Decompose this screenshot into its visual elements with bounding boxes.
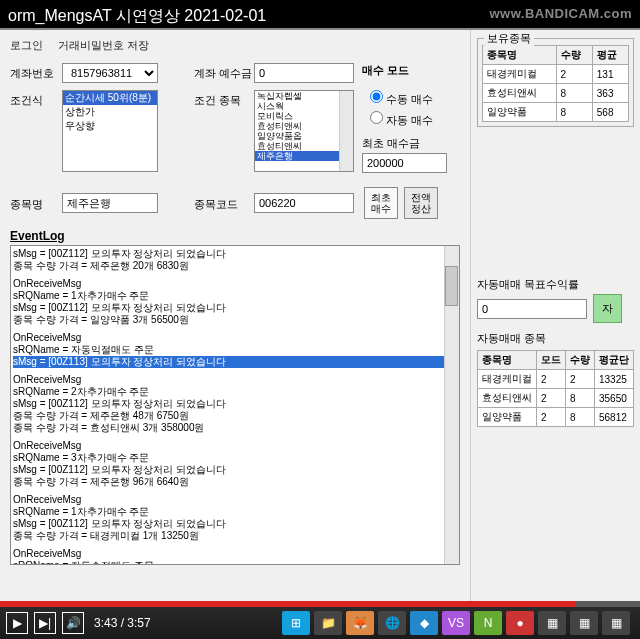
cond-stock-listbox[interactable]: 녹십자렙셀 시스웍 모비릭스 효성티앤씨 일양약품옵 효성티앤씨 제주은행 (254, 90, 354, 172)
taskbar-icon[interactable]: ● (506, 611, 534, 635)
log-line: 종목 수량 가격 = 태경케미컬 1개 13250원 (13, 530, 457, 542)
radio-auto-buy[interactable] (370, 111, 383, 124)
log-line: 종목 수량 가격 = 제주은행 96개 6640원 (13, 476, 457, 488)
holdings-group: 보유종목 종목명수량평균 태경케미컬2131 효성티앤씨8363 일양약품856… (477, 38, 634, 127)
account-label: 계좌번호 (10, 63, 62, 81)
account-select[interactable]: 8157963811 (62, 63, 158, 83)
deposit-label: 계좌 예수금 (194, 63, 254, 81)
taskbar-icon[interactable]: ▦ (570, 611, 598, 635)
log-line: sMsg = [00Z112] 모의투자 정상처리 되었습니다 (13, 248, 457, 260)
radio-manual-buy[interactable] (370, 90, 383, 103)
log-line: sRQName = 1차추가매수 주문 (13, 506, 457, 518)
log-line: sRQName = 자동수절매도 주문 (13, 560, 457, 565)
video-time: 3:43 / 3:57 (94, 616, 151, 630)
log-line: OnReceiveMsg (13, 440, 457, 452)
table-row[interactable]: 일양약품8568 (483, 103, 629, 122)
log-line: sRQName = 자동익절매도 주문 (13, 344, 457, 356)
radio-auto-label: 자동 매수 (386, 114, 433, 126)
log-line: OnReceiveMsg (13, 278, 457, 290)
log-line: OnReceiveMsg (13, 548, 457, 560)
th: 수량 (556, 46, 592, 65)
cond-stock-label: 조건 종목 (194, 90, 254, 108)
th: 모드 (537, 351, 566, 370)
buy-mode-title: 매수 모드 (362, 63, 409, 78)
taskbar-icon[interactable]: ◆ (410, 611, 438, 635)
log-line: 증목 수량 가격 = 제주은행 48개 6750원 (13, 410, 457, 422)
taskbar-icon[interactable]: N (474, 611, 502, 635)
log-line: OnReceiveMsg (13, 374, 457, 386)
radio-manual-label: 수동 매수 (386, 93, 433, 105)
taskbar-icon[interactable]: ⊞ (282, 611, 310, 635)
log-line: OnReceiveMsg (13, 332, 457, 344)
stock-code-label: 종목코드 (194, 194, 254, 212)
stock-name-input[interactable] (62, 193, 158, 213)
log-line: 종목 수량 가격 = 제주은행 20개 6830원 (13, 260, 457, 272)
cond-item[interactable]: 우상향 (63, 119, 157, 133)
window-title: orm_MengsAT 시연영상 2021-02-01 (0, 4, 274, 29)
eventlog-box[interactable]: sMsg = [00Z112] 모의투자 정상처리 되었습니다 종목 수량 가격… (10, 245, 460, 565)
log-line: 종목 수량 가격 = 일양약품 3개 56500원 (13, 314, 457, 326)
play-button[interactable]: ▶ (6, 612, 28, 634)
log-line-highlighted: sMsg = [00Z113] 모의투자 정상처리 되었습니다 (13, 356, 457, 368)
auto-trade-button[interactable]: 자 (593, 294, 622, 323)
th: 종목명 (483, 46, 557, 65)
taskbar-icon[interactable]: 🌐 (378, 611, 406, 635)
sell-all-button[interactable]: 전액 정산 (404, 187, 438, 219)
menu-login[interactable]: 로그인 (10, 39, 43, 51)
stock-name-label: 종목명 (10, 194, 62, 212)
log-line: sMsg = [00Z112] 모의투자 정상처리 되었습니다 (13, 464, 457, 476)
min-buy-input[interactable] (362, 153, 447, 173)
cond-item[interactable]: 순간시세 50위(8분) (63, 91, 157, 105)
scrollbar[interactable] (339, 91, 353, 171)
target-rate-input[interactable] (477, 299, 587, 319)
left-panel: 로그인 거래비밀번호 저장 계좌번호 8157963811 계좌 예수금 매수 … (0, 30, 470, 601)
log-line: 종목 수량 가격 = 효성티앤씨 3개 358000원 (13, 422, 457, 434)
scrollbar-thumb[interactable] (445, 266, 458, 306)
log-line: sMsg = [00Z112] 모의투자 정상처리 되었습니다 (13, 398, 457, 410)
log-line: sMsg = [00Z112] 모의투자 정상처리 되었습니다 (13, 518, 457, 530)
menu-row: 로그인 거래비밀번호 저장 (10, 38, 460, 53)
th: 수량 (566, 351, 595, 370)
min-buy-label: 최초 매수금 (362, 136, 447, 151)
app-window: 로그인 거래비밀번호 저장 계좌번호 8157963811 계좌 예수금 매수 … (0, 28, 640, 601)
table-row[interactable]: 태경케미컬2131 (483, 65, 629, 84)
taskbar-icon[interactable]: ▦ (602, 611, 630, 635)
taskbar: ▶ ▶| 🔊 3:43 / 3:57 ⊞ 📁 🦊 🌐 ◆ VS N ● ▦ ▦ … (0, 607, 640, 639)
first-buy-button[interactable]: 최초 매수 (364, 187, 398, 219)
log-line: sRQName = 1차추가매수 주문 (13, 290, 457, 302)
th: 평균단 (595, 351, 634, 370)
deposit-input[interactable] (254, 63, 354, 83)
target-label: 자동매매 목표수익률 (477, 277, 634, 292)
auto-stocks-table: 종목명모드수량평균단 태경케미컬2213325 효성티앤씨2835650 일양약… (477, 350, 634, 427)
right-panel: 보유종목 종목명수량평균 태경케미컬2131 효성티앤씨8363 일양약품856… (470, 30, 640, 601)
volume-button[interactable]: 🔊 (62, 612, 84, 634)
taskbar-icon[interactable]: VS (442, 611, 470, 635)
taskbar-icon[interactable]: ▦ (538, 611, 566, 635)
holdings-title: 보유종목 (484, 31, 534, 46)
log-line: sMsg = [00Z112] 모의투자 정상처리 되었습니다 (13, 302, 457, 314)
log-line: OnReceiveMsg (13, 494, 457, 506)
stock-code-input[interactable] (254, 193, 354, 213)
th: 평균 (592, 46, 628, 65)
table-row[interactable]: 일양약품2856812 (478, 408, 634, 427)
cond-label: 조건식 (10, 90, 62, 108)
watermark: www.BANDICAM.com (489, 6, 632, 21)
holdings-table: 종목명수량평균 태경케미컬2131 효성티앤씨8363 일양약품8568 (482, 45, 629, 122)
taskbar-icon[interactable]: 🦊 (346, 611, 374, 635)
buy-mode-group: 매수 모드 (362, 63, 409, 84)
taskbar-icon[interactable]: 📁 (314, 611, 342, 635)
table-row[interactable]: 태경케미컬2213325 (478, 370, 634, 389)
next-button[interactable]: ▶| (34, 612, 56, 634)
cond-item[interactable]: 상한가 (63, 105, 157, 119)
table-row[interactable]: 효성티앤씨2835650 (478, 389, 634, 408)
condition-listbox[interactable]: 순간시세 50위(8분) 상한가 우상향 (62, 90, 158, 172)
log-line: sRQName = 2차추가매수 주문 (13, 386, 457, 398)
eventlog-label: EventLog (10, 229, 460, 243)
log-line: sRQName = 3차추가매수 주문 (13, 452, 457, 464)
menu-save-pw[interactable]: 거래비밀번호 저장 (58, 39, 149, 51)
auto-stocks-title: 자동매매 종목 (477, 331, 634, 346)
table-row[interactable]: 효성티앤씨8363 (483, 84, 629, 103)
th: 종목명 (478, 351, 537, 370)
